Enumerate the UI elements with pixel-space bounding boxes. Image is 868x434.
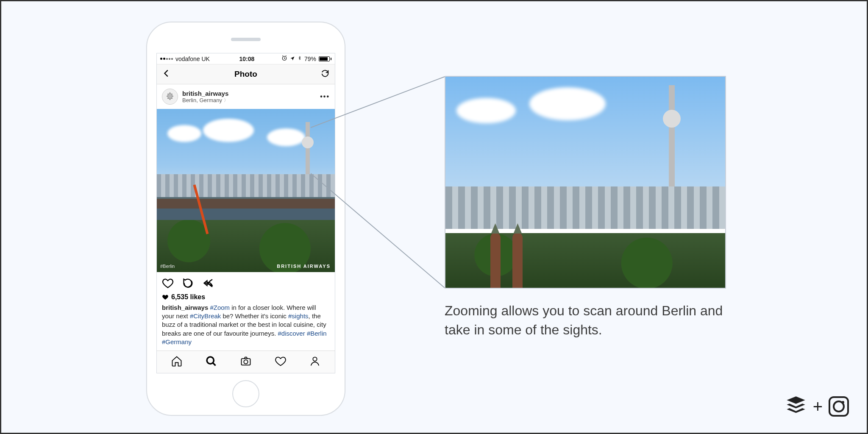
caption-username[interactable]: british_airways xyxy=(162,304,208,311)
battery-pct: 79% xyxy=(304,56,316,62)
post-username[interactable]: british_airways xyxy=(182,90,228,97)
caption-text: be? Whether it's iconic xyxy=(221,312,288,320)
phone-screen: vodafone UK 10:08 79% xyxy=(156,53,335,373)
tab-camera[interactable] xyxy=(240,355,252,369)
plus-sign: + xyxy=(813,397,823,416)
instagram-logo-icon xyxy=(829,396,849,417)
bluetooth-icon xyxy=(298,55,302,62)
hashtag[interactable]: #CityBreak xyxy=(190,312,221,320)
photo-watermark: BRITISH AIRWAYS xyxy=(277,264,331,269)
zoom-panel: Zooming allows you to scan around Berlin… xyxy=(445,76,726,339)
tab-bar xyxy=(157,351,335,373)
like-button[interactable] xyxy=(162,277,174,291)
hashtag[interactable]: #Germany xyxy=(162,338,192,345)
zoomed-photo xyxy=(445,76,726,289)
hashtag[interactable]: #discover xyxy=(278,330,305,337)
brand-logos: + xyxy=(785,395,849,418)
post-location[interactable]: Berlin, Germany 〉 xyxy=(182,97,228,103)
tab-search[interactable] xyxy=(205,355,217,369)
share-button[interactable] xyxy=(203,277,214,291)
top-nav: Photo xyxy=(157,64,335,84)
hashtag[interactable]: #sights xyxy=(288,312,309,320)
avatar[interactable] xyxy=(162,89,178,105)
more-options-button[interactable]: ••• xyxy=(320,93,330,100)
tab-home[interactable] xyxy=(171,355,183,369)
post-location-text: Berlin, Germany xyxy=(182,97,222,103)
hashtag[interactable]: #Berlin xyxy=(307,330,327,337)
location-icon xyxy=(290,56,295,62)
photo-hashtag-overlay: #Berlin xyxy=(160,264,175,269)
svg-point-4 xyxy=(244,360,248,364)
nav-title: Photo xyxy=(234,70,257,79)
refresh-button[interactable] xyxy=(320,69,330,80)
clock: 10:08 xyxy=(239,56,255,62)
battery-icon xyxy=(319,56,331,61)
post-caption: british_airways #Zoom in for a closer lo… xyxy=(157,303,335,351)
phone-frame: vodafone UK 10:08 79% xyxy=(146,22,345,416)
post-actions xyxy=(157,272,335,293)
likes-count: 6,535 likes xyxy=(171,293,205,301)
hashtag[interactable]: #Zoom xyxy=(210,304,230,311)
phone-speaker xyxy=(231,38,261,41)
buffer-logo-icon xyxy=(785,395,807,418)
comment-button[interactable] xyxy=(182,277,194,291)
likes-row[interactable]: 6,535 likes xyxy=(157,293,335,303)
tab-activity[interactable] xyxy=(275,355,287,369)
carrier-label: vodafone UK xyxy=(175,56,210,62)
post-header: british_airways Berlin, Germany 〉 ••• xyxy=(157,84,335,109)
chevron-right-icon: 〉 xyxy=(224,97,228,103)
svg-point-2 xyxy=(207,357,214,364)
tv-tower-icon xyxy=(669,85,675,204)
signal-dots-icon xyxy=(160,58,173,60)
zoom-caption: Zooming allows you to scan around Berlin… xyxy=(445,301,726,339)
home-button[interactable] xyxy=(232,380,259,407)
status-bar: vodafone UK 10:08 79% xyxy=(157,53,335,64)
svg-point-5 xyxy=(313,357,317,361)
tab-profile[interactable] xyxy=(309,355,321,369)
post-photo[interactable]: #Berlin BRITISH AIRWAYS xyxy=(157,109,335,272)
alarm-icon xyxy=(281,55,287,62)
back-button[interactable] xyxy=(162,69,171,80)
